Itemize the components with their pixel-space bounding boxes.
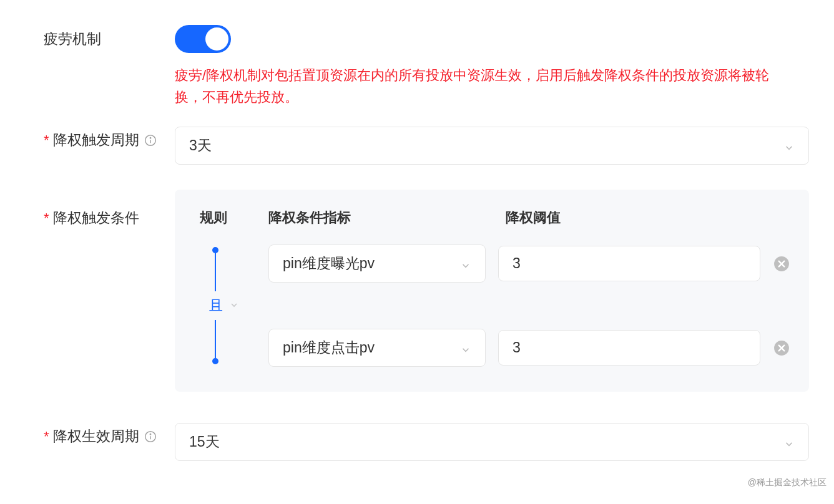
warning-row: - 疲劳/降权机制对包括置顶资源在内的所有投放中资源生效，启用后触发降权条件的投…	[44, 53, 809, 108]
trigger-cycle-value: 3天	[189, 136, 212, 155]
metric-value: pin维度曝光pv	[283, 254, 375, 273]
conditions-header: 规则 降权条件指标 降权阈值	[200, 208, 790, 227]
rule-dot-bottom	[212, 358, 218, 364]
trigger-cycle-label-text: 降权触发周期	[53, 130, 139, 150]
effect-cycle-row: * 降权生效周期 15天	[44, 423, 809, 461]
effect-cycle-value: 15天	[189, 432, 220, 452]
chevron-down-icon	[783, 140, 795, 152]
threshold-value: 3	[513, 339, 521, 356]
condition-row: pin维度曝光pv 3	[268, 245, 790, 283]
info-icon[interactable]	[144, 134, 157, 147]
trigger-conditions-row: * 降权触发条件 规则 降权条件指标 降权阈值 且	[44, 190, 809, 392]
fatigue-warning: 疲劳/降权机制对包括置顶资源在内的所有投放中资源生效，启用后触发降权条件的投放资…	[175, 64, 809, 108]
metric-value: pin维度点击pv	[283, 338, 375, 357]
fatigue-content	[175, 25, 809, 53]
required-mark: *	[44, 132, 49, 148]
effect-cycle-select[interactable]: 15天	[175, 423, 809, 461]
trigger-cycle-row: * 降权触发周期 3天	[44, 127, 809, 165]
header-metric: 降权条件指标	[268, 208, 506, 227]
required-mark: *	[44, 210, 49, 226]
attribution-text: @稀土掘金技术社区	[748, 477, 827, 488]
svg-point-7	[150, 434, 150, 434]
required-mark: *	[44, 429, 49, 445]
rule-dot-top	[212, 247, 218, 253]
metric-select[interactable]: pin维度点击pv	[268, 329, 486, 367]
chevron-down-icon	[783, 437, 795, 448]
threshold-input[interactable]: 3	[498, 246, 760, 281]
trigger-cycle-select[interactable]: 3天	[175, 127, 809, 165]
chevron-down-icon	[460, 258, 471, 269]
svg-point-2	[150, 137, 150, 138]
effect-cycle-label-text: 降权生效周期	[53, 427, 139, 446]
conditions-body: 且 pin维度曝光pv	[200, 245, 790, 367]
delete-row-button[interactable]	[773, 339, 790, 357]
trigger-cycle-label: * 降权触发周期	[44, 127, 175, 150]
fatigue-toggle-row: 疲劳机制	[44, 25, 809, 53]
chevron-down-icon	[229, 298, 239, 314]
trigger-conditions-label: * 降权触发条件	[44, 190, 175, 228]
fatigue-toggle[interactable]	[175, 25, 231, 53]
effect-cycle-label: * 降权生效周期	[44, 423, 175, 446]
metric-select[interactable]: pin维度曝光pv	[268, 245, 486, 283]
threshold-input[interactable]: 3	[498, 330, 760, 366]
rule-operator-text: 且	[209, 296, 223, 315]
info-icon[interactable]	[144, 430, 157, 443]
header-threshold: 降权阈值	[506, 208, 790, 227]
header-rule: 规则	[200, 208, 268, 227]
rule-column: 且	[200, 245, 268, 367]
chevron-down-icon	[460, 342, 471, 354]
threshold-value: 3	[513, 255, 521, 271]
fatigue-label: 疲劳机制	[44, 29, 175, 49]
conditions-panel: 规则 降权条件指标 降权阈值 且	[175, 190, 809, 392]
trigger-conditions-label-text: 降权触发条件	[53, 208, 139, 228]
delete-row-button[interactable]	[773, 255, 790, 273]
rows-column: pin维度曝光pv 3	[268, 245, 790, 367]
toggle-knob	[205, 27, 228, 51]
fatigue-label-text: 疲劳机制	[44, 29, 101, 49]
rule-operator-select[interactable]: 且	[209, 291, 239, 320]
condition-row: pin维度点击pv 3	[268, 329, 790, 367]
